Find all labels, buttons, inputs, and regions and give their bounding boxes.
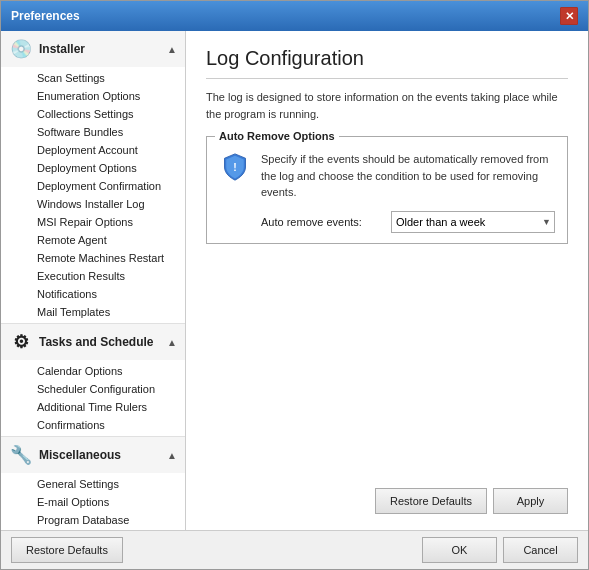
sidebar-section-header-misc[interactable]: 🔧 Miscellaneous ▲: [1, 437, 185, 473]
sidebar-item-software-bundles[interactable]: Software Bundles: [1, 123, 185, 141]
sidebar-item-remote-agent[interactable]: Remote Agent: [1, 231, 185, 249]
sidebar-item-enumeration-options[interactable]: Enumeration Options: [1, 87, 185, 105]
page-title: Log Configuration: [206, 47, 568, 79]
auto-remove-events-select[interactable]: Older than a week Older than a month Old…: [391, 211, 555, 233]
sidebar-item-scheduler-configuration[interactable]: Scheduler Configuration: [1, 380, 185, 398]
apply-button[interactable]: Apply: [493, 488, 568, 514]
sidebar-item-calendar-options[interactable]: Calendar Options: [1, 362, 185, 380]
shield-icon: !: [219, 151, 251, 183]
preferences-dialog: Preferences ✕ 💿 Installer ▲ Scan Setting…: [0, 0, 589, 570]
chevron-misc-icon: ▲: [167, 450, 177, 461]
sidebar-item-deployment-confirmation[interactable]: Deployment Confirmation: [1, 177, 185, 195]
group-box-description: Specify if the events should be automati…: [261, 151, 555, 233]
sidebar-section-tasks: ⚙ Tasks and Schedule ▲ Calendar Options …: [1, 324, 185, 437]
chevron-installer-icon: ▲: [167, 44, 177, 55]
installer-icon: 💿: [9, 37, 33, 61]
group-box-title: Auto Remove Options: [215, 130, 339, 142]
sidebar-item-execution-results[interactable]: Execution Results: [1, 267, 185, 285]
tasks-items: Calendar Options Scheduler Configuration…: [1, 360, 185, 436]
sidebar-item-remote-machines-restart[interactable]: Remote Machines Restart: [1, 249, 185, 267]
misc-items: General Settings E-mail Options Program …: [1, 473, 185, 530]
group-box-inner: ! Specify if the events should be automa…: [219, 151, 555, 233]
misc-icon: 🔧: [9, 443, 33, 467]
sidebar-item-msi-repair-options[interactable]: MSI Repair Options: [1, 213, 185, 231]
tasks-label: Tasks and Schedule: [39, 335, 154, 349]
cancel-button[interactable]: Cancel: [503, 537, 578, 563]
tasks-icon: ⚙: [9, 330, 33, 354]
sidebar-item-additional-time-rulers[interactable]: Additional Time Rulers: [1, 398, 185, 416]
misc-label: Miscellaneous: [39, 448, 121, 462]
sidebar-item-collections-settings[interactable]: Collections Settings: [1, 105, 185, 123]
chevron-tasks-icon: ▲: [167, 337, 177, 348]
auto-remove-group: Auto Remove Options ! Specify if the eve…: [206, 136, 568, 244]
sidebar-item-deployment-options[interactable]: Deployment Options: [1, 159, 185, 177]
installer-items: Scan Settings Enumeration Options Collec…: [1, 67, 185, 323]
main-content: Log Configuration The log is designed to…: [186, 31, 588, 530]
sidebar-item-confirmations[interactable]: Confirmations: [1, 416, 185, 434]
auto-remove-label: Auto remove events:: [261, 216, 391, 228]
title-bar: Preferences ✕: [1, 1, 588, 31]
sidebar-section-installer: 💿 Installer ▲ Scan Settings Enumeration …: [1, 31, 185, 324]
auto-remove-description: Specify if the events should be automati…: [261, 151, 555, 201]
sidebar-item-scan-settings[interactable]: Scan Settings: [1, 69, 185, 87]
dialog-footer-right: OK Cancel: [422, 537, 578, 563]
ok-button[interactable]: OK: [422, 537, 497, 563]
close-button[interactable]: ✕: [560, 7, 578, 25]
sidebar-item-notifications[interactable]: Notifications: [1, 285, 185, 303]
sidebar-item-general-settings[interactable]: General Settings: [1, 475, 185, 493]
main-footer: Restore Defaults Apply: [206, 480, 568, 514]
auto-remove-select-wrapper: Older than a week Older than a month Old…: [391, 211, 555, 233]
dialog-body: 💿 Installer ▲ Scan Settings Enumeration …: [1, 31, 588, 530]
sidebar-item-program-database[interactable]: Program Database: [1, 511, 185, 529]
sidebar-section-misc: 🔧 Miscellaneous ▲ General Settings E-mai…: [1, 437, 185, 530]
sidebar-item-windows-installer-log[interactable]: Windows Installer Log: [1, 195, 185, 213]
sidebar-item-mail-templates[interactable]: Mail Templates: [1, 303, 185, 321]
page-description: The log is designed to store information…: [206, 89, 568, 122]
dialog-title: Preferences: [11, 9, 80, 23]
sidebar-section-header-tasks[interactable]: ⚙ Tasks and Schedule ▲: [1, 324, 185, 360]
svg-text:!: !: [233, 161, 237, 173]
installer-label: Installer: [39, 42, 85, 56]
sidebar: 💿 Installer ▲ Scan Settings Enumeration …: [1, 31, 186, 530]
restore-defaults-button[interactable]: Restore Defaults: [375, 488, 487, 514]
footer-restore-defaults-button[interactable]: Restore Defaults: [11, 537, 123, 563]
sidebar-item-deployment-account[interactable]: Deployment Account: [1, 141, 185, 159]
sidebar-item-email-options[interactable]: E-mail Options: [1, 493, 185, 511]
auto-remove-form-row: Auto remove events: Older than a week Ol…: [261, 211, 555, 233]
dialog-footer: Restore Defaults OK Cancel: [1, 530, 588, 569]
sidebar-section-header-installer[interactable]: 💿 Installer ▲: [1, 31, 185, 67]
